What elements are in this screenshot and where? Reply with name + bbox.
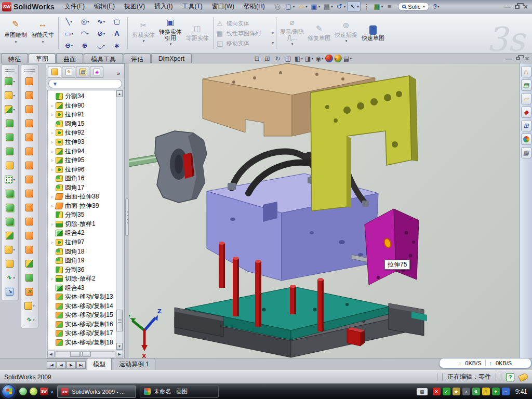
quick-tips-icon[interactable]: ? — [506, 373, 514, 381]
revolved-surface-icon[interactable] — [25, 90, 34, 101]
tree-item[interactable]: ▹ 拉伸93 — [50, 138, 116, 147]
boundary-surface-icon[interactable] — [25, 132, 34, 143]
expand-arrow-icon[interactable]: ▹ — [50, 204, 55, 208]
sketch-button[interactable]: ✎ 草图绘制 ▾ — [2, 15, 29, 51]
swept-surface-icon[interactable] — [25, 104, 34, 115]
extruded-surface-icon[interactable] — [25, 76, 34, 87]
mirror-entities-button[interactable]: ⚠ 镜向实体 — [216, 20, 274, 28]
warning-icon[interactable]: ! — [482, 388, 490, 395]
menu-item[interactable]: 文件(F) — [60, 0, 89, 13]
tree-horizontal-scrollbar[interactable]: ◀ ▶ — [46, 350, 124, 358]
edit-appearance-icon[interactable] — [325, 55, 333, 62]
motion-study-tab[interactable]: 运动算例 1 — [113, 358, 155, 370]
network-signal-icon[interactable]: ↯ — [472, 388, 480, 395]
tree-item[interactable]: 圆角16 — [50, 174, 116, 183]
point-icon[interactable]: ∗ — [109, 39, 125, 51]
plane-icon[interactable] — [6, 258, 14, 269]
repair-sketch-button[interactable]: ✎ 修复草图 — [305, 15, 332, 51]
tree-item[interactable]: 组合42 — [50, 229, 116, 238]
menu-item[interactable]: 工具(T) — [177, 0, 207, 13]
toolbox-icon[interactable]: ◆ — [521, 107, 531, 118]
spline-icon[interactable]: ∿▾ — [93, 16, 109, 28]
badge-icon[interactable]: ★ — [453, 388, 460, 395]
dropdown-arrow-icon[interactable]: ▾ — [293, 5, 295, 9]
zoom-area-icon[interactable]: ⊞ — [263, 54, 272, 63]
part-red-stop-block[interactable] — [347, 327, 365, 346]
tag-icon[interactable] — [518, 373, 528, 382]
curve-icon[interactable]: ∿ ▾ — [5, 272, 15, 283]
dropdown-arrow-icon[interactable]: ▾ — [344, 5, 346, 9]
doc-restore-button[interactable] — [516, 57, 520, 60]
apply-scene-icon[interactable]: ▾ — [334, 55, 342, 62]
doc-first-button[interactable]: |◀ — [47, 361, 56, 369]
extend-surface-icon[interactable] — [25, 202, 34, 213]
scrollbar-thumb[interactable] — [116, 310, 123, 331]
rotate-view-icon[interactable]: ↻ — [273, 54, 283, 63]
options-list-icon[interactable]: ▦▾ — [372, 2, 384, 11]
view-settings-icon[interactable]: ▤▾ — [343, 54, 352, 63]
appearances-scenes-icon[interactable] — [521, 134, 531, 145]
scrollbar-thumb[interactable] — [70, 352, 91, 357]
tree-item[interactable]: 分割35 — [50, 210, 116, 220]
pin-icon[interactable]: ◎ — [273, 2, 283, 11]
planar-surface-icon[interactable] — [25, 160, 34, 171]
lofted-surface-icon[interactable] — [25, 118, 34, 129]
expand-arrow-icon[interactable]: ▹ — [50, 276, 55, 281]
file-explorer-icon[interactable]: ▱ — [521, 93, 531, 104]
menu-item[interactable]: 视图(V) — [119, 0, 150, 13]
part-clamp-body[interactable] — [155, 131, 207, 203]
convert-entities-button[interactable]: ▣ 转换实体引用 ▾ — [157, 15, 184, 51]
tree-item[interactable]: ▹ 拉伸95 — [50, 156, 116, 165]
model-tab[interactable]: 模型 — [87, 358, 112, 370]
open-file-icon[interactable]: ▱▾ — [296, 2, 309, 11]
tab-features[interactable]: 特征 — [1, 54, 28, 63]
network-speed-widget[interactable]: ↓ 0KB/S ↑ 0KB/S — [439, 358, 531, 368]
tree-item[interactable]: 分割34 — [50, 92, 116, 101]
security-shield-icon[interactable]: ✓ — [443, 388, 450, 395]
design-library-icon[interactable]: ▤ — [521, 79, 531, 91]
tree-item[interactable]: 组合43 — [50, 283, 116, 292]
view-palette-icon[interactable]: ⊞ — [521, 120, 531, 131]
lofted-boss-icon[interactable] — [6, 132, 14, 143]
selection-box-icon[interactable]: ▢ — [109, 16, 125, 28]
curve-tools-icon[interactable]: ∿ ▾ — [24, 314, 34, 325]
tree-item[interactable]: ▹ 曲面-拉伸38 — [50, 192, 116, 202]
panel-expand-chevron[interactable]: » — [117, 70, 123, 78]
hole-wizard-icon[interactable] — [6, 160, 14, 171]
help-button[interactable]: ? — [433, 3, 437, 10]
dropdown-arrow-icon[interactable]: ▾ — [305, 5, 308, 9]
tree-item[interactable]: ▹ 拉伸91 — [50, 110, 116, 119]
tree-item[interactable]: ▹ 拉伸90 — [50, 101, 116, 111]
view-orientation-icon[interactable]: ◧▾ — [294, 54, 303, 63]
tree-item[interactable]: 实体-移动/复制17 — [50, 329, 116, 338]
featuremanager-tab[interactable] — [48, 66, 61, 78]
dropdown-arrow-icon[interactable]: ▾ — [42, 39, 44, 45]
scroll-left-icon[interactable]: ◀ — [47, 351, 55, 357]
rectangle-icon[interactable]: ▭▾ — [61, 28, 77, 39]
tree-item[interactable]: 实体-移动/复制13 — [50, 292, 116, 302]
reference-geometry-icon[interactable]: ▾ — [5, 244, 15, 255]
undo-icon[interactable]: ↺▾ — [335, 2, 347, 11]
thicken-icon[interactable]: ▾ — [24, 300, 34, 311]
quick-snaps-button[interactable]: ⊚ 快速捕捉 ▾ — [332, 15, 360, 51]
addins-icon[interactable]: ≡ — [384, 2, 395, 11]
close-button[interactable]: × — [524, 3, 528, 11]
quick-messenger-icon[interactable] — [19, 388, 27, 395]
trim-entities-button[interactable]: ✂ 剪裁实体 ▾ — [130, 15, 157, 51]
doc-last-button[interactable]: ▶| — [76, 361, 86, 369]
intersect-bodies-icon[interactable] — [6, 202, 14, 213]
tree-item[interactable]: 实体-移动/复制18 — [50, 338, 116, 348]
tree-item[interactable]: ▹ 拉伸96 — [50, 165, 116, 174]
tree-item[interactable]: ▹ 切除-放样1 — [50, 220, 116, 229]
tree-item[interactable]: 实体-移动/复制14 — [50, 302, 116, 311]
taskbar-window-solidworks[interactable]: SW SolidWorks 2009 - ... — [57, 385, 136, 398]
dropdown-arrow-icon[interactable]: ▾ — [15, 39, 17, 45]
tree-item[interactable]: 实体-移动/复制15 — [50, 311, 116, 320]
tree-filter-input[interactable]: ▼ — [48, 79, 122, 88]
expand-arrow-icon[interactable]: ▹ — [50, 158, 55, 163]
slot-icon[interactable]: ⊖▾ — [61, 39, 77, 51]
custom-properties-icon[interactable]: ▦ — [521, 147, 531, 158]
quick-im-icon[interactable] — [30, 388, 37, 395]
instant3d-icon[interactable]: ↘ — [6, 286, 14, 297]
dropdown-arrow-icon[interactable]: ▾ — [331, 5, 333, 9]
